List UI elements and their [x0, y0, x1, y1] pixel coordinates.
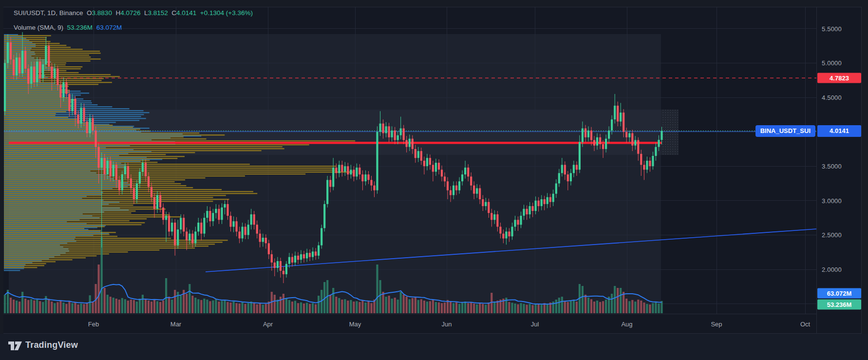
- price-scale[interactable]: 5.50005.00004.50003.50003.00002.50002.00…: [816, 7, 861, 333]
- month-label-Sep: Sep: [711, 320, 722, 327]
- price-tick-3.5000: 3.5000: [822, 163, 842, 170]
- price-tick-2.0000: 2.0000: [822, 265, 842, 273]
- ohlc-high-label: H: [115, 9, 120, 17]
- tradingview-logo-icon[interactable]: [8, 340, 22, 352]
- ohlc-close-label: C: [171, 9, 176, 17]
- symbol-legend[interactable]: SUI/USDT, 1D, Binance O3.8830 H4.0726 L3…: [14, 9, 253, 17]
- month-label-Oct: Oct: [800, 320, 810, 327]
- volume-last-value: 63.072M: [96, 24, 122, 31]
- current-price-label[interactable]: 4.0141: [817, 125, 861, 137]
- volume-indicator-legend[interactable]: Volume (SMA, 9) 53.236M 63.072M: [14, 24, 122, 31]
- price-tick-5.0000: 5.0000: [822, 59, 842, 67]
- price-tick-3.0000: 3.0000: [822, 197, 842, 204]
- volume-sma-value: 53.236M: [67, 24, 93, 31]
- month-label-Mar: Mar: [170, 320, 181, 327]
- price-line-tag[interactable]: BINA_USDT_SUI: [755, 125, 815, 137]
- month-label-Aug: Aug: [621, 320, 632, 327]
- footer-bar: TradingView: [0, 334, 868, 360]
- time-scale[interactable]: FebMarAprMayJunJulAugSepOct: [3, 314, 816, 333]
- ohlc-open-label: O: [87, 9, 92, 17]
- month-label-Feb: Feb: [88, 320, 99, 327]
- ohlc-open-value: 3.8830: [92, 9, 112, 17]
- chart-pane[interactable]: [3, 7, 816, 314]
- alert-price-label[interactable]: 4.7823: [817, 73, 861, 83]
- volume-scale-label-0[interactable]: 63.072M: [817, 288, 861, 299]
- month-label-Jul: Jul: [531, 320, 539, 327]
- pane-right-border: [861, 7, 862, 334]
- price-tick-5.5000: 5.5000: [822, 25, 842, 32]
- symbol-title[interactable]: SUI/USDT, 1D, Binance: [14, 9, 83, 17]
- tradingview-brand-text[interactable]: TradingView: [25, 340, 78, 350]
- ohlc-low-value: 3.8152: [148, 9, 168, 17]
- price-tick-4.5000: 4.5000: [822, 94, 842, 101]
- change-value: +0.1304 (+3.36%): [200, 9, 253, 17]
- price-tick-2.5000: 2.5000: [822, 231, 842, 239]
- pane-top-border: [3, 7, 861, 7]
- tradingview-chart-window: SUI/USDT, 1D, Binance O3.8830 H4.0726 L3…: [0, 0, 868, 360]
- month-label-Jun: Jun: [442, 320, 452, 327]
- candlestick-chart[interactable]: [3, 7, 816, 314]
- volume-scale-label-1[interactable]: 53.236M: [817, 300, 861, 310]
- volume-indicator-title[interactable]: Volume (SMA, 9): [14, 24, 63, 31]
- ohlc-close-value: 4.0141: [176, 9, 196, 17]
- month-label-May: May: [349, 320, 361, 327]
- ohlc-high-value: 4.0726: [120, 9, 140, 17]
- month-label-Apr: Apr: [263, 320, 273, 327]
